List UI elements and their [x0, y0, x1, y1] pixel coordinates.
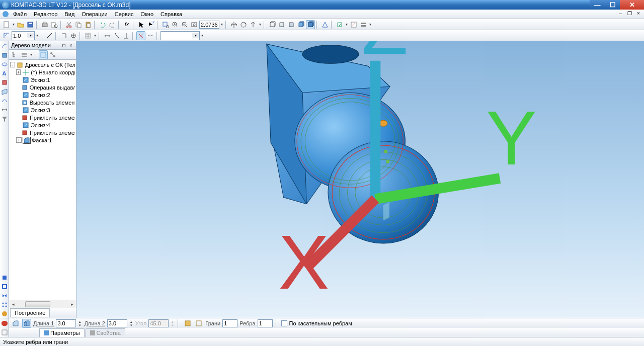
tree-node[interactable]: Вырезать элемент вы	[10, 99, 75, 106]
chamfer-type1-icon[interactable]	[11, 319, 20, 328]
tool-pattern-icon[interactable]	[1, 301, 9, 309]
faces-input[interactable]	[222, 319, 237, 327]
menu-edit[interactable]: Редактор	[31, 10, 60, 18]
tool-plane-icon[interactable]	[1, 88, 9, 96]
apply-icon[interactable]	[1, 328, 9, 336]
mdi-close-icon[interactable]: ×	[635, 11, 642, 18]
rebuild-dropdown-icon[interactable]: ▾	[345, 22, 349, 27]
tool-revolve-icon[interactable]	[1, 60, 9, 68]
close-button[interactable]: ✕	[620, 0, 644, 10]
dim-h-button[interactable]	[103, 31, 112, 40]
tree-hierarchy-icon[interactable]	[10, 50, 19, 59]
paste-button[interactable]	[84, 20, 93, 29]
new-dropdown-icon[interactable]: ▾	[12, 22, 16, 27]
redo-button[interactable]	[108, 20, 117, 29]
panel-close-icon[interactable]: ×	[68, 43, 74, 48]
sketch-mode-button[interactable]	[349, 20, 358, 29]
orient-button[interactable]	[249, 20, 258, 29]
mdi-minimize-icon[interactable]: –	[617, 11, 624, 18]
dim-v-button[interactable]	[112, 31, 121, 40]
tree-node[interactable]: -Дроссель с ОК (Тел-1)	[10, 61, 75, 68]
copy-button[interactable]	[74, 20, 83, 29]
tool-shell-icon[interactable]	[1, 283, 9, 291]
tree-show-icon[interactable]	[39, 50, 48, 59]
chevron-down-icon[interactable]: ▾	[27, 33, 34, 38]
scale-select[interactable]: ▾	[12, 31, 35, 40]
stop-icon[interactable]	[1, 319, 9, 327]
menu-window[interactable]: Окно	[137, 10, 156, 18]
open-button[interactable]	[16, 20, 25, 29]
grid-dropdown-icon[interactable]: ▾	[93, 33, 97, 38]
tree-expand-icon[interactable]: -	[10, 62, 15, 67]
zoom-input[interactable]	[199, 21, 219, 29]
param-toggle-button[interactable]	[136, 31, 145, 40]
pan-button[interactable]	[229, 20, 238, 29]
tree-node[interactable]: +Фаска:1	[10, 136, 75, 144]
tab-build[interactable]: Построение	[10, 308, 50, 317]
tree-expand-icon[interactable]: +	[16, 137, 22, 143]
scale-icon[interactable]	[2, 31, 11, 40]
select-faces-icon[interactable]	[183, 319, 192, 328]
menu-view[interactable]: Вид	[61, 10, 77, 18]
length1-input[interactable]	[56, 319, 76, 327]
cut-button[interactable]	[64, 20, 73, 29]
undo-button[interactable]	[98, 20, 107, 29]
maximize-button[interactable]: ☐	[605, 0, 620, 10]
tool-spline-icon[interactable]	[1, 97, 9, 105]
scale-input[interactable]	[12, 33, 27, 39]
rebuild-button[interactable]	[335, 20, 344, 29]
perspective-button[interactable]	[320, 20, 330, 29]
select-arrow-button[interactable]	[137, 20, 146, 29]
chamfer-type2-icon[interactable]	[22, 319, 31, 328]
zoom-out-button[interactable]	[180, 20, 189, 29]
snap-button[interactable]	[69, 31, 78, 40]
tool-extrude-icon[interactable]	[1, 51, 9, 59]
minimize-button[interactable]: —	[590, 0, 605, 10]
tool-filter-icon[interactable]	[1, 115, 9, 123]
rotate-button[interactable]	[239, 20, 248, 29]
orient-dropdown-icon[interactable]: ▾	[258, 22, 262, 27]
tool-cut-icon[interactable]	[1, 78, 9, 86]
tool-draft-icon[interactable]	[1, 274, 9, 282]
chevron-down-icon[interactable]: ▾	[192, 33, 199, 38]
tool-arc-icon[interactable]	[1, 42, 9, 50]
edges-input[interactable]	[258, 319, 273, 327]
dim-a-button[interactable]	[122, 31, 131, 40]
line-button[interactable]	[45, 31, 54, 40]
tree-node[interactable]: Операция выдавлива	[10, 83, 75, 91]
menu-operations[interactable]: Операции	[78, 10, 110, 18]
tangent-checkbox[interactable]	[281, 320, 287, 326]
tab-parameters[interactable]: Параметры	[39, 328, 85, 337]
print-button[interactable]	[40, 20, 49, 29]
tool-mirror-icon[interactable]	[1, 292, 9, 300]
save-button[interactable]	[26, 20, 35, 29]
pin-icon[interactable]: ⊓	[61, 43, 67, 48]
preview-button[interactable]	[50, 20, 59, 29]
grid-button[interactable]	[84, 31, 93, 40]
tree-dropdown-icon[interactable]: ▾	[29, 52, 33, 57]
menu-help[interactable]: Справка	[157, 10, 185, 18]
tree-node[interactable]: Эскиз:2	[10, 91, 75, 99]
tree-node[interactable]: Эскиз:3	[10, 106, 75, 114]
style-input[interactable]	[161, 33, 192, 39]
len1-stepper-icon[interactable]: ▴▾	[78, 320, 82, 327]
func-fx-button[interactable]: fx	[122, 20, 131, 29]
scale-dropdown-icon[interactable]: ▾	[35, 33, 39, 38]
viewport-3d[interactable]: Z Y X	[76, 41, 644, 318]
menu-service[interactable]: Сервис	[112, 10, 137, 18]
style-dropdown-icon[interactable]: ▾	[200, 33, 204, 38]
scroll-left-icon[interactable]: ◂	[9, 302, 17, 307]
mdi-restore-icon[interactable]: ❐	[626, 11, 633, 18]
hidden-removed-button[interactable]	[277, 20, 286, 29]
scroll-thumb[interactable]	[25, 301, 50, 307]
len2-stepper-icon[interactable]: ▴▾	[129, 320, 133, 327]
help-pointer-button[interactable]: ?	[146, 20, 155, 29]
tool-dim-icon[interactable]	[1, 106, 9, 114]
menu-file[interactable]: Файл	[10, 10, 30, 18]
settings-dropdown-icon[interactable]: ▾	[368, 22, 372, 27]
zoom-in-button[interactable]	[171, 20, 180, 29]
settings-icon[interactable]	[359, 20, 368, 29]
tab-properties[interactable]: Свойства	[86, 328, 125, 337]
tool-text-icon[interactable]: A	[1, 69, 9, 77]
wireframe-button[interactable]	[268, 20, 277, 29]
